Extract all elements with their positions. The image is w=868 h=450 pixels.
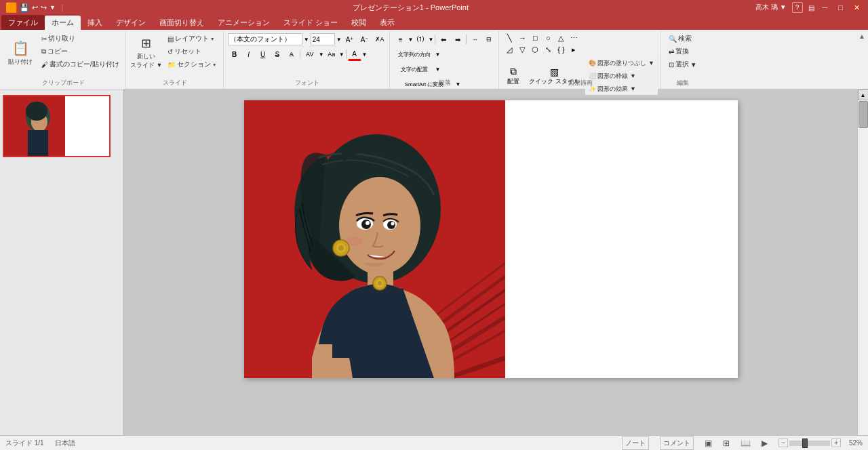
font-size-input[interactable] xyxy=(311,33,335,45)
tab-animations[interactable]: アニメーション xyxy=(211,16,277,30)
reset-button[interactable]: ↺ リセット xyxy=(164,45,220,58)
clear-format-button[interactable]: ✗A xyxy=(373,33,387,46)
cut-button[interactable]: ✂ 切り取り xyxy=(38,33,123,45)
zoom-in-btn[interactable]: + xyxy=(831,438,841,447)
zoom-level[interactable]: 52% xyxy=(842,439,863,447)
shape-2-btn2[interactable]: ▽ xyxy=(516,44,528,55)
font-name-dropdown-icon[interactable]: ▼ xyxy=(304,37,309,43)
quick-save-btn[interactable]: 💾 xyxy=(20,3,29,12)
copy-icon: ⧉ xyxy=(41,47,46,56)
view-reading-btn[interactable]: 📖 xyxy=(741,438,751,448)
scroll-up-btn[interactable]: ▲ xyxy=(858,89,869,100)
bullets-dropdown[interactable]: ▼ xyxy=(408,37,414,43)
tab-view[interactable]: 表示 xyxy=(373,16,401,30)
font-grow-button[interactable]: A⁺ xyxy=(343,33,357,46)
rtl-button[interactable]: ↔ xyxy=(468,33,481,46)
find-button[interactable]: 🔍 検索 xyxy=(665,33,695,45)
tab-insert[interactable]: 挿入 xyxy=(81,16,109,30)
shape-2-btn3[interactable]: ⬡ xyxy=(529,44,541,55)
tab-transitions[interactable]: 画面切り替え xyxy=(153,16,211,30)
quick-customize-btn[interactable]: ▼ xyxy=(50,4,56,11)
shape-row-1: ╲ → □ ○ △ ⋯ xyxy=(503,33,580,43)
help-btn[interactable]: ? xyxy=(792,2,803,13)
case-dropdown[interactable]: ▼ xyxy=(339,52,344,58)
bold-button[interactable]: B xyxy=(228,47,241,61)
italic-button[interactable]: I xyxy=(242,47,256,61)
shadow-button[interactable]: A xyxy=(285,47,298,61)
svg-point-22 xyxy=(391,222,394,226)
increase-indent-button[interactable]: ➡ xyxy=(451,33,465,46)
slide-thumbnail[interactable] xyxy=(3,95,111,157)
tab-design[interactable]: デザイン xyxy=(109,16,153,30)
ribbon-display-btn[interactable]: ▤ xyxy=(808,4,814,12)
numbering-dropdown[interactable]: ▼ xyxy=(428,37,433,43)
shape-circle-btn[interactable]: ○ xyxy=(542,33,554,43)
close-btn[interactable]: ✕ xyxy=(851,3,863,12)
shape-rect-btn[interactable]: □ xyxy=(529,33,541,43)
quick-redo-btn[interactable]: ↪ xyxy=(41,3,47,12)
zoom-slider-thumb[interactable] xyxy=(802,438,808,448)
shape-2-btn6[interactable]: ▸ xyxy=(568,44,580,55)
quick-divider: | xyxy=(61,3,63,12)
zoom-out-btn[interactable]: − xyxy=(778,438,788,447)
align-text-dropdown[interactable]: ▼ xyxy=(435,66,441,73)
view-slide-btn[interactable]: ⊞ xyxy=(723,438,730,448)
shape-2-btn1[interactable]: ◿ xyxy=(503,44,515,55)
decrease-indent-button[interactable]: ⬅ xyxy=(437,33,450,46)
underline-button[interactable]: U xyxy=(256,47,270,61)
notes-btn[interactable]: ノート xyxy=(622,436,649,450)
font-color-button[interactable]: A xyxy=(348,47,361,61)
scrollbar-thumb[interactable] xyxy=(859,101,868,128)
shape-arrow-btn[interactable]: → xyxy=(516,33,528,43)
bullets-button[interactable]: ≡ xyxy=(394,33,408,46)
new-slide-button[interactable]: ⊞ 新しい スライド ▼ xyxy=(130,33,163,73)
minimize-btn[interactable]: ─ xyxy=(820,3,831,12)
layout-button[interactable]: ▤ レイアウト ▼ xyxy=(164,33,220,45)
comments-btn[interactable]: コメント xyxy=(660,436,694,450)
align-text-button[interactable]: 文字の配置 xyxy=(394,62,435,76)
tab-review[interactable]: 校閲 xyxy=(344,16,373,30)
font-color-dropdown[interactable]: ▼ xyxy=(362,52,368,58)
slide-canvas[interactable] xyxy=(244,100,738,378)
arrange-icon: ⧉ xyxy=(510,66,517,77)
replace-button[interactable]: ⇄ 置換 xyxy=(665,45,692,58)
tab-home[interactable]: ホーム xyxy=(45,16,81,30)
spacing-button[interactable]: AV xyxy=(302,47,318,61)
shape-row-2: ◿ ▽ ⬡ ⤡ { } ▸ xyxy=(503,44,580,55)
tab-file[interactable]: ファイル xyxy=(1,15,45,30)
tab-slideshow[interactable]: スライド ショー xyxy=(277,16,344,30)
status-bar: スライド 1/1 日本語 ノート コメント ▣ ⊞ 📖 ▶ − + 52% xyxy=(0,435,868,450)
direction-dropdown[interactable]: ▼ xyxy=(435,52,441,58)
font-name-input[interactable] xyxy=(228,33,302,45)
columns-button[interactable]: ⊟ xyxy=(482,33,496,46)
svg-point-21 xyxy=(387,221,395,229)
zoom-slider[interactable] xyxy=(789,441,830,446)
maximize-btn[interactable]: □ xyxy=(835,3,846,12)
font-size-dropdown-icon[interactable]: ▼ xyxy=(336,37,342,43)
strikethrough-button[interactable]: S xyxy=(271,47,284,61)
font-shrink-button[interactable]: A⁻ xyxy=(358,33,372,46)
quick-undo-btn[interactable]: ↩ xyxy=(32,3,38,12)
shape-2-btn5[interactable]: { } xyxy=(555,44,567,55)
shape-fill-button[interactable]: 🎨 図形の塗りつぶし ▼ xyxy=(585,57,658,69)
view-slideshow-btn[interactable]: ▶ xyxy=(762,438,768,448)
shape-tri-btn[interactable]: △ xyxy=(555,33,567,43)
shape-more-btn[interactable]: ⋯ xyxy=(568,33,580,43)
edit-group: 🔍 検索 ⇄ 置換 ⊡ 選択 ▼ 編集 xyxy=(663,31,703,89)
shape-2-btn4[interactable]: ⤡ xyxy=(542,44,554,55)
paste-button[interactable]: 📋 貼り付け xyxy=(4,33,37,73)
copy-button[interactable]: ⧉ コピー xyxy=(38,45,123,58)
spacing-dropdown[interactable]: ▼ xyxy=(319,52,324,58)
view-normal-btn[interactable]: ▣ xyxy=(705,438,712,448)
comic-svg xyxy=(244,100,505,378)
select-button[interactable]: ⊡ 選択 ▼ xyxy=(665,58,701,70)
direction-button[interactable]: 文字列の方向 xyxy=(394,47,435,61)
section-button[interactable]: 📁 セクション ▼ xyxy=(164,58,220,70)
case-button[interactable]: Aa xyxy=(325,47,338,61)
format-copy-button[interactable]: 🖌 書式のコピー/貼り付け xyxy=(38,58,123,70)
user-name[interactable]: 高木 璃 ▼ xyxy=(755,3,786,12)
ribbon-collapse-btn[interactable]: ▲ xyxy=(857,31,867,89)
numbering-button[interactable]: ⑴ xyxy=(414,33,427,46)
shape-line-btn[interactable]: ╲ xyxy=(503,33,515,43)
scrollbar-track xyxy=(858,100,869,437)
